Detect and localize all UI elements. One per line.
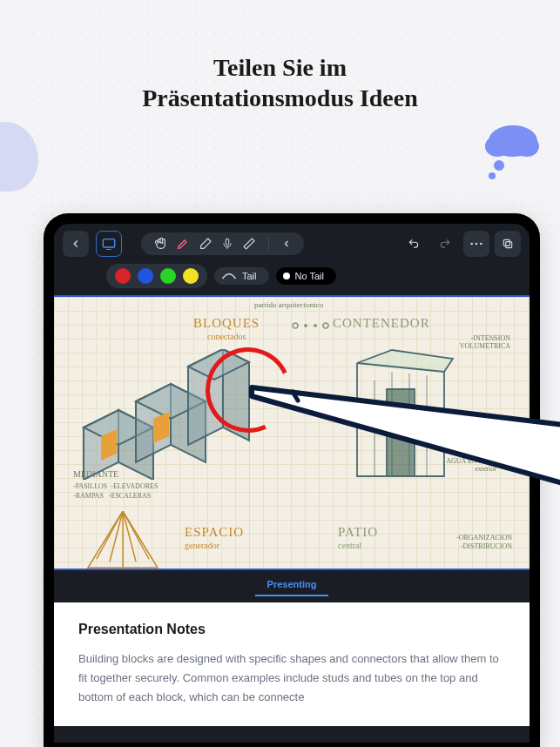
label-organizacion: -ORGANIZACION -DISTRIBUCION bbox=[456, 534, 512, 552]
undo-button[interactable] bbox=[401, 231, 427, 257]
color-yellow[interactable] bbox=[183, 268, 199, 284]
back-button[interactable] bbox=[63, 231, 89, 257]
svg-point-12 bbox=[293, 323, 298, 328]
svg-rect-6 bbox=[226, 239, 229, 245]
tablet-device-frame: Tail No Tail partido arquitectonico BLOQ… bbox=[44, 213, 540, 747]
top-toolbar bbox=[54, 224, 530, 264]
label-conectados: conectados bbox=[207, 332, 246, 341]
headline-line-1: Teilen Sie im bbox=[213, 54, 347, 81]
svg-point-3 bbox=[494, 160, 504, 171]
svg-point-1 bbox=[485, 136, 509, 157]
highlighter-tool-icon[interactable] bbox=[176, 237, 190, 251]
svg-point-4 bbox=[489, 172, 496, 179]
pointer-color-picker bbox=[106, 264, 207, 288]
container-sketch bbox=[340, 346, 470, 485]
label-generador: generador bbox=[185, 541, 219, 550]
drawing-canvas[interactable]: partido arquitectonico BLOQUES conectado… bbox=[54, 295, 530, 570]
notes-heading: Presentation Notes bbox=[78, 622, 505, 637]
tail-option[interactable]: Tail bbox=[214, 267, 269, 285]
svg-point-7 bbox=[470, 243, 473, 246]
svg-point-14 bbox=[314, 324, 317, 327]
svg-point-13 bbox=[304, 324, 307, 327]
canvas-footer-bar: Presenting bbox=[54, 570, 530, 602]
svg-point-15 bbox=[323, 323, 328, 328]
svg-rect-11 bbox=[503, 239, 509, 246]
no-tail-label: No Tail bbox=[295, 271, 324, 281]
shape-tool-icon[interactable] bbox=[242, 237, 256, 251]
marketing-headline: Teilen Sie im Präsentationsmodus Ideen bbox=[0, 0, 560, 113]
more-options-button[interactable] bbox=[463, 231, 489, 257]
color-green[interactable] bbox=[160, 268, 176, 284]
eraser-tool-icon[interactable] bbox=[199, 237, 213, 251]
no-tail-option[interactable]: No Tail bbox=[276, 267, 336, 285]
label-list: -PASILLOS -ELEVADORES -RAMPAS -ESCALERAS bbox=[73, 481, 158, 501]
svg-rect-5 bbox=[103, 239, 114, 247]
color-blue[interactable] bbox=[138, 268, 153, 284]
pyramid-sketch bbox=[84, 511, 162, 570]
label-bloques: BLOQUES bbox=[193, 316, 260, 331]
drawing-tools-group bbox=[141, 232, 304, 255]
mic-tool-icon[interactable] bbox=[221, 237, 233, 251]
divider bbox=[268, 237, 269, 251]
svg-point-9 bbox=[480, 243, 482, 246]
svg-rect-10 bbox=[506, 242, 512, 248]
redo-button[interactable] bbox=[432, 231, 458, 257]
color-red[interactable] bbox=[115, 268, 131, 284]
collapse-tools-icon[interactable] bbox=[281, 238, 292, 250]
dot-icon bbox=[283, 273, 290, 279]
notes-body: Building blocks are designed with specif… bbox=[78, 649, 505, 707]
tail-label: Tail bbox=[242, 271, 257, 281]
label-espacio: ESPACIO bbox=[185, 525, 244, 540]
presenting-tab-label: Presenting bbox=[267, 579, 317, 589]
copy-button[interactable] bbox=[495, 231, 521, 257]
thought-cloud-icon bbox=[476, 120, 544, 188]
svg-point-8 bbox=[476, 243, 478, 246]
svg-point-2 bbox=[515, 136, 539, 157]
label-patio: PATIO bbox=[338, 525, 378, 540]
canvas-note-top: partido arquitectonico bbox=[254, 300, 323, 309]
decorative-blob bbox=[0, 122, 38, 192]
presentation-mode-button[interactable] bbox=[96, 231, 122, 257]
pointer-options-bar: Tail No Tail bbox=[54, 264, 530, 295]
right-tools-group bbox=[401, 231, 521, 257]
presenting-tab[interactable]: Presenting bbox=[255, 576, 329, 596]
label-central: central bbox=[338, 541, 361, 550]
presentation-notes-panel: Presentation Notes Building blocks are d… bbox=[54, 602, 530, 726]
app-screen: Tail No Tail partido arquitectonico BLOQ… bbox=[54, 224, 530, 743]
hand-tool-icon[interactable] bbox=[153, 237, 167, 251]
headline-line-2: Präsentationsmodus Ideen bbox=[142, 84, 418, 111]
label-contenedor: CONTENEDOR bbox=[333, 316, 430, 331]
connector-dots bbox=[291, 321, 334, 330]
